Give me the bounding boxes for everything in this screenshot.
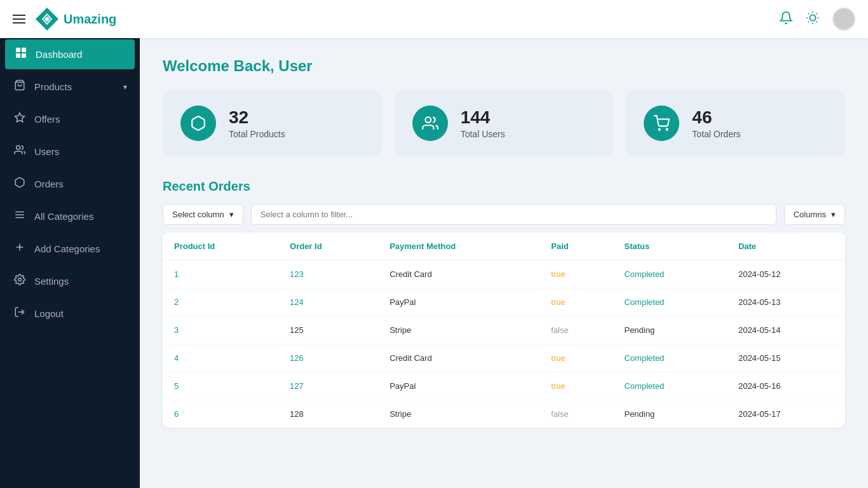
product-id-value[interactable]: 2 [174,297,179,307]
paid-value: true [551,353,565,363]
all-categories-icon [13,209,27,224]
svg-rect-10 [16,48,20,52]
stat-card-orders: 46 Total Orders [626,90,845,156]
cell-product-id: 4 [163,344,278,372]
add-categories-icon [13,241,27,256]
columns-button[interactable]: Columns ▾ [784,204,845,225]
cell-product-id: 1 [163,261,278,288]
table-row: 6 128 Stripe false Pending 2024-05-17 [163,400,845,428]
cell-payment-method: PayPal [378,288,539,316]
table-row: 2 124 PayPal true Completed 2024-05-13 [163,288,845,316]
cell-payment-method: Stripe [378,400,539,428]
theme-toggle-icon[interactable] [806,11,820,28]
svg-point-25 [659,129,660,130]
cell-payment-method: PayPal [378,372,539,400]
columns-chevron-icon: ▾ [831,210,836,219]
sidebar-item-add-categories[interactable]: Add Categories [0,233,140,265]
cell-paid: true [539,261,613,288]
filter-input[interactable] [251,204,776,225]
product-id-value[interactable]: 1 [174,269,179,279]
table-toolbar: Select column ▾ Columns ▾ [163,204,845,225]
sidebar-item-label-orders: Orders [34,179,127,189]
sidebar-item-offers[interactable]: Offers [0,103,140,135]
svg-point-0 [45,17,49,21]
cell-date: 2024-05-12 [727,261,845,288]
product-id-value[interactable]: 5 [174,381,179,391]
sidebar-item-products[interactable]: Products ▾ [0,71,140,103]
sidebar-item-label-products: Products [34,81,116,92]
status-value: Completed [624,381,664,391]
stat-cards: 32 Total Products 144 Total Users [163,90,845,156]
table-row: 3 125 Stripe false Pending 2024-05-14 [163,316,845,344]
sidebar-item-label-logout: Logout [34,308,127,319]
hamburger-icon[interactable] [13,15,25,24]
svg-point-16 [17,146,20,149]
orders-table-body: 1 123 Credit Card true Completed 2024-05… [163,261,845,428]
cell-date: 2024-05-15 [727,344,845,372]
order-id-value[interactable]: 127 [290,381,304,391]
cell-date: 2024-05-17 [727,400,845,428]
sidebar-item-all-categories[interactable]: All Categories [0,200,140,233]
welcome-title: Welcome Back, User [163,57,845,75]
table-header: Product Id Order Id Payment Method Paid … [163,233,845,261]
stat-products-icon [180,105,216,141]
cell-order-id: 128 [278,400,378,428]
col-status: Status [613,233,726,261]
cell-order-id: 123 [278,261,378,288]
paid-value: false [551,409,568,419]
cell-payment-method: Credit Card [378,261,539,288]
stat-users-info: 144 Total Users [461,107,505,139]
orders-icon [13,177,27,191]
dashboard-icon [14,47,28,62]
select-column-chevron-icon: ▾ [229,210,234,219]
stat-orders-label: Total Orders [692,129,740,139]
svg-rect-12 [16,53,20,58]
svg-point-22 [18,278,22,281]
sidebar-item-label-settings: Settings [34,276,127,287]
main-layout: Dashboard Products ▾ Offers [0,38,868,488]
avatar[interactable] [832,8,855,30]
sidebar-item-dashboard[interactable]: Dashboard [5,39,135,69]
header-left: Umazing [13,8,116,30]
stat-users-icon [412,105,448,141]
svg-rect-13 [22,53,26,58]
sidebar-item-settings[interactable]: Settings [0,265,140,297]
select-column-label: Select column [172,210,224,219]
sidebar-item-label-offers: Offers [34,114,127,125]
sidebar-item-users[interactable]: Users [0,135,140,168]
status-value: Completed [624,269,664,279]
sidebar-item-logout[interactable]: Logout [0,297,140,330]
status-value: Pending [624,409,654,419]
paid-value: false [551,325,568,335]
col-date: Date [727,233,845,261]
cell-date: 2024-05-14 [727,316,845,344]
cell-paid: false [539,316,613,344]
cell-paid: true [539,344,613,372]
stat-card-products: 32 Total Products [163,90,382,156]
stat-orders-number: 46 [692,107,740,128]
col-payment-method: Payment Method [378,233,539,261]
order-id-value[interactable]: 126 [290,353,304,363]
order-id-value[interactable]: 124 [290,297,304,307]
main-content: Welcome Back, User 32 Total Products [140,38,868,488]
cell-date: 2024-05-16 [727,372,845,400]
cell-paid: false [539,400,613,428]
cell-status: Pending [613,400,726,428]
columns-label: Columns [794,210,826,219]
cell-order-id: 125 [278,316,378,344]
svg-line-5 [817,21,817,22]
sidebar-item-orders[interactable]: Orders [0,168,140,200]
product-id-value[interactable]: 4 [174,353,179,363]
svg-point-26 [667,129,668,130]
paid-value: true [551,381,565,391]
stat-orders-info: 46 Total Orders [692,107,740,139]
stat-card-users: 144 Total Users [395,90,614,156]
product-id-value[interactable]: 6 [174,409,179,419]
svg-point-1 [810,15,815,20]
cell-product-id: 5 [163,372,278,400]
bell-icon[interactable] [779,11,793,28]
col-order-id: Order Id [278,233,378,261]
select-column-button[interactable]: Select column ▾ [163,204,243,225]
product-id-value[interactable]: 3 [174,325,179,335]
order-id-value[interactable]: 123 [290,269,304,279]
